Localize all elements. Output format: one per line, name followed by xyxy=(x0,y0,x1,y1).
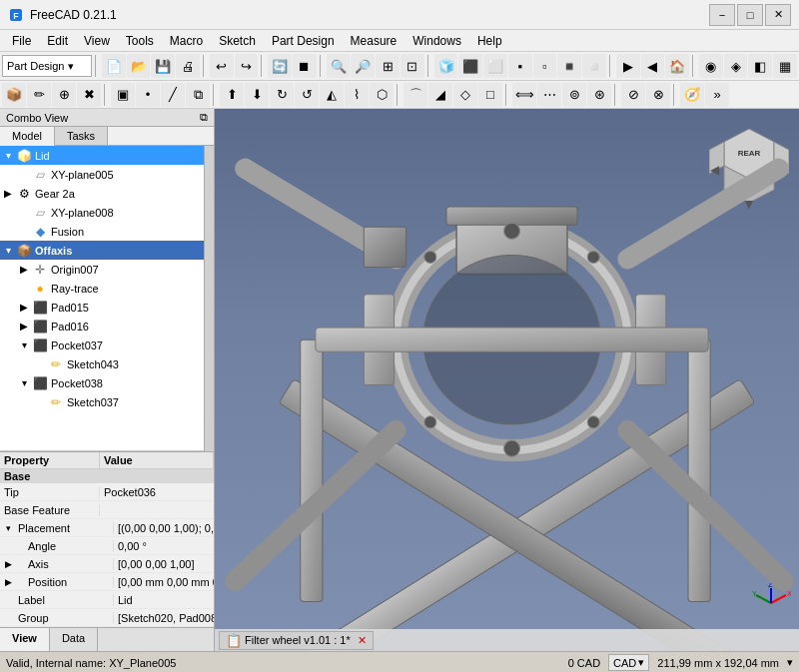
sketch-button[interactable]: ✏ xyxy=(27,83,51,107)
stop-button[interactable]: ⏹ xyxy=(293,54,317,78)
mirrored-button[interactable]: ⟺ xyxy=(512,83,536,107)
home-button[interactable]: 🏠 xyxy=(665,54,689,78)
props-arrow-axis[interactable]: ▶ xyxy=(2,559,14,569)
clone-button[interactable]: ⧉ xyxy=(186,83,210,107)
texture-button[interactable]: ▦ xyxy=(773,54,797,78)
menu-item-file[interactable]: File xyxy=(4,30,39,51)
window-controls: − □ ✕ xyxy=(709,4,791,26)
menu-item-sketch[interactable]: Sketch xyxy=(211,30,264,51)
menu-item-windows[interactable]: Windows xyxy=(404,30,469,51)
tree-item-offaxis[interactable]: ▾ 📦 Offaxis xyxy=(0,241,204,260)
toolbar-row-1: Part Design ▾ 📄 📂 💾 🖨 ↩ ↪ 🔄 ⏹ 🔍 🔎 ⊞ ⊡ 🧊 … xyxy=(0,52,799,80)
tree-item-pocket038[interactable]: ▾ ⬛ Pocket038 xyxy=(0,373,204,392)
menu-item-help[interactable]: Help xyxy=(469,30,510,51)
menu-item-part-design[interactable]: Part Design xyxy=(264,30,343,51)
tab-tasks[interactable]: Tasks xyxy=(55,127,108,145)
open-file-button[interactable]: 📂 xyxy=(127,54,151,78)
viewport-tab-close[interactable]: ✕ xyxy=(358,634,367,647)
tree-item-lid[interactable]: ▾ 📦 Lid xyxy=(0,146,204,165)
groove-button[interactable]: ↺ xyxy=(295,83,319,107)
thickness-button[interactable]: □ xyxy=(478,83,502,107)
more-button[interactable]: » xyxy=(705,83,729,107)
view-right-button[interactable]: ▪ xyxy=(508,54,532,78)
boolean-button[interactable]: ⊗ xyxy=(646,83,670,107)
tree-item-gear2a[interactable]: ▶ ⚙ Gear 2a xyxy=(0,184,204,203)
tree-item-pad016[interactable]: ▶ ⬛ Pad016 xyxy=(0,317,204,336)
print-button[interactable]: 🖨 xyxy=(176,54,200,78)
loft-button[interactable]: ◭ xyxy=(320,83,344,107)
draft-button[interactable]: ◇ xyxy=(453,83,477,107)
nav-cube-button[interactable]: 🧭 xyxy=(680,83,704,107)
pad-button[interactable]: ⬆ xyxy=(220,83,244,107)
status-bar: Valid, Internal name: XY_Plane005 0 CAD … xyxy=(0,651,799,672)
menu-item-measure[interactable]: Measure xyxy=(343,30,405,51)
maximize-button[interactable]: □ xyxy=(737,4,763,26)
props-arrow-position[interactable]: ▶ xyxy=(2,577,14,587)
workbench-dropdown[interactable]: Part Design ▾ xyxy=(2,55,92,77)
tree-item-raytrace[interactable]: ● Ray-trace xyxy=(0,279,204,298)
line-button[interactable]: ╱ xyxy=(161,83,185,107)
tree-item-origin007[interactable]: ▶ ✛ Origin007 xyxy=(0,260,204,279)
view-left-button[interactable]: ◽ xyxy=(582,54,606,78)
tree-item-xy005[interactable]: ▱ XY-plane005 xyxy=(0,165,204,184)
props-arrow-placement[interactable]: ▾ xyxy=(2,523,14,533)
polar-pattern-button[interactable]: ⊚ xyxy=(562,83,586,107)
linear-pattern-button[interactable]: ⋯ xyxy=(537,83,561,107)
plane-button[interactable]: ▣ xyxy=(111,83,135,107)
fit-selection-button[interactable]: ⊡ xyxy=(400,54,424,78)
tree-item-fusion[interactable]: ◆ Fusion xyxy=(0,222,204,241)
tree-item-sketch037[interactable]: ✏ Sketch037 xyxy=(0,392,204,411)
tree-item-pocket037[interactable]: ▾ ⬛ Pocket037 xyxy=(0,336,204,354)
menu-item-macro[interactable]: Macro xyxy=(162,30,211,51)
tab-model[interactable]: Model xyxy=(0,127,55,146)
view-iso-button[interactable]: 🧊 xyxy=(434,54,458,78)
save-button[interactable]: 💾 xyxy=(151,54,175,78)
close-button[interactable]: ✕ xyxy=(765,4,791,26)
menu-item-view[interactable]: View xyxy=(76,30,118,51)
props-name-position: Position xyxy=(14,576,114,588)
revolution-button[interactable]: ↻ xyxy=(270,83,294,107)
draw-style-button[interactable]: ◉ xyxy=(699,54,723,78)
pocket-button[interactable]: ⬇ xyxy=(245,83,269,107)
view-bottom-button[interactable]: ◾ xyxy=(557,54,581,78)
redo-button[interactable]: ↪ xyxy=(235,54,259,78)
bottom-tab-view[interactable]: View xyxy=(0,628,50,651)
menu-item-edit[interactable]: Edit xyxy=(39,30,76,51)
cad-dropdown[interactable]: CAD ▾ xyxy=(608,654,649,671)
nav-forward-button[interactable]: ▶ xyxy=(616,54,640,78)
section-button[interactable]: ⊘ xyxy=(621,83,645,107)
fit-all-button[interactable]: ⊞ xyxy=(376,54,400,78)
viewport[interactable]: REAR ▼ ◀ ▶ xyxy=(215,109,799,651)
tree-item-pad015[interactable]: ▶ ⬛ Pad015 xyxy=(0,298,204,317)
tree-scrollbar[interactable] xyxy=(204,146,214,451)
refresh-button[interactable]: 🔄 xyxy=(268,54,292,78)
fillet-button[interactable]: ⌒ xyxy=(403,83,427,107)
point-button[interactable]: • xyxy=(136,83,160,107)
stereo-button[interactable]: ◈ xyxy=(724,54,748,78)
tree-item-sketch043[interactable]: ✏ Sketch043 xyxy=(0,354,204,373)
view-front-button[interactable]: ⬛ xyxy=(458,54,482,78)
view-top-button[interactable]: ⬜ xyxy=(483,54,507,78)
undo-button[interactable]: ↩ xyxy=(210,54,234,78)
body-button[interactable]: 📦 xyxy=(2,83,26,107)
combo-float-icon[interactable]: ⧉ xyxy=(200,111,208,124)
menu-item-tools[interactable]: Tools xyxy=(118,30,162,51)
view-rear-button[interactable]: ▫ xyxy=(533,54,557,78)
new-file-button[interactable]: 📄 xyxy=(102,54,126,78)
primitive-button[interactable]: ⬡ xyxy=(370,83,394,107)
zoom-out-button[interactable]: 🔎 xyxy=(351,54,375,78)
tree-item-xy008[interactable]: ▱ XY-plane008 xyxy=(0,203,204,222)
chamfer-button[interactable]: ◢ xyxy=(428,83,452,107)
svg-text:Y: Y xyxy=(752,590,757,597)
close-sketch-button[interactable]: ✖ xyxy=(77,83,101,107)
nav-back-button[interactable]: ◀ xyxy=(641,54,665,78)
multitransform-button[interactable]: ⊛ xyxy=(587,83,611,107)
minimize-button[interactable]: − xyxy=(709,4,735,26)
bottom-tab-data[interactable]: Data xyxy=(50,628,98,651)
clipping-button[interactable]: ◧ xyxy=(748,54,772,78)
pipe-button[interactable]: ⌇ xyxy=(345,83,369,107)
props-col-property: Property xyxy=(0,452,100,468)
zoom-in-button[interactable]: 🔍 xyxy=(327,54,351,78)
viewport-tab-filterwheel[interactable]: 📋 Filter wheel v1.01 : 1* ✕ xyxy=(219,631,374,650)
attach-sketch-button[interactable]: ⊕ xyxy=(52,83,76,107)
